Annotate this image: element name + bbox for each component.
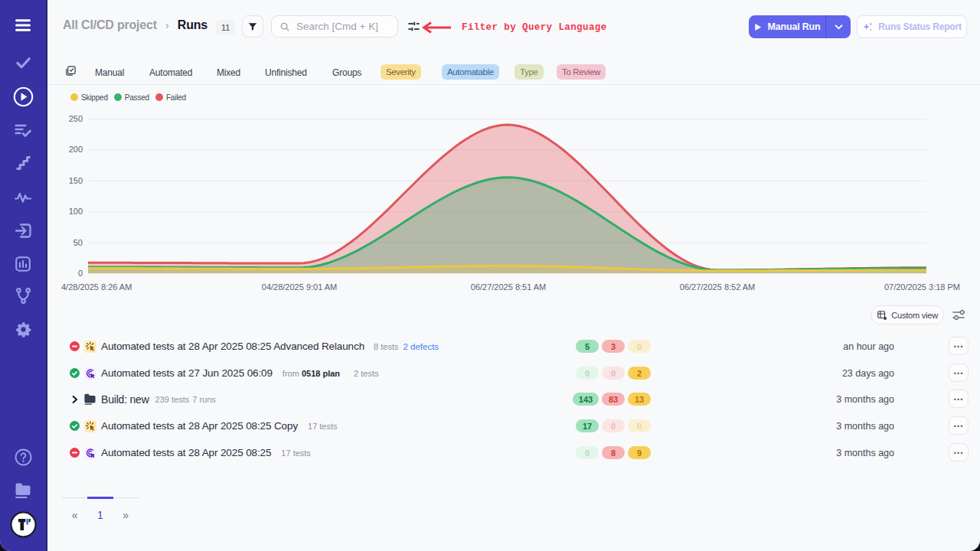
svg-text:150: 150 (69, 176, 83, 185)
svg-text:07/20/2025 3:18 PM: 07/20/2025 3:18 PM (884, 282, 960, 292)
svg-text:06/27/2025 8:52 AM: 06/27/2025 8:52 AM (680, 282, 755, 292)
svg-text:250: 250 (69, 114, 83, 123)
svg-text:50: 50 (74, 238, 83, 247)
svg-text:06/27/2025 8:51 AM: 06/27/2025 8:51 AM (471, 282, 546, 292)
svg-text:04/28/2025 9:01 AM: 04/28/2025 9:01 AM (262, 282, 337, 292)
svg-text:0: 0 (78, 269, 83, 278)
svg-text:4/28/2025 8:26 AM: 4/28/2025 8:26 AM (61, 282, 132, 292)
svg-text:100: 100 (69, 207, 83, 216)
svg-text:200: 200 (69, 145, 83, 154)
